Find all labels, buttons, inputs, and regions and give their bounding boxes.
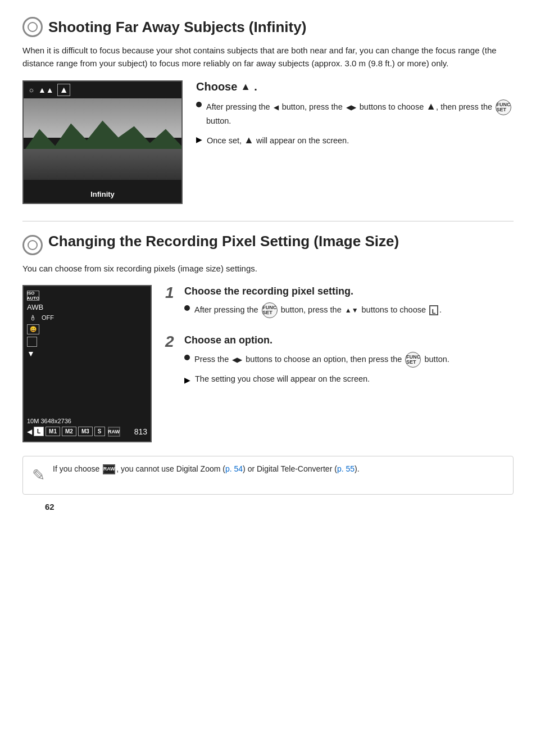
note-text: If you choose RAW, you cannot use Digita… [53, 463, 360, 476]
func-set-btn: FUNCSET [496, 99, 511, 115]
note-link-p55[interactable]: p. 55 [337, 464, 355, 473]
arrow-bullet-1: ▶ [196, 134, 202, 146]
period: . [254, 80, 257, 93]
section1-intro: When it is difficult to focus because yo… [22, 44, 514, 70]
size-S-btn: S [94, 427, 105, 436]
note-box: ✎ If you choose RAW, you cannot use Digi… [22, 456, 514, 495]
iso-icon: ISOAUTO [27, 291, 39, 301]
mountain-selected-icon: ▲ [57, 84, 71, 96]
step2-bullet-dot-1 [184, 355, 190, 360]
cam2-row-face: 😀 [27, 324, 147, 334]
infinity-camera-screen: ☼ ▲▲ ▲ Infinity [22, 80, 183, 204]
camera-scene [24, 98, 181, 180]
cam2-size-bar: ◀ L M1 M2 M3 S RAW 813 [27, 427, 147, 437]
af-icon: ▲▲ [38, 85, 54, 94]
cam2-row-flash: 🕯 OFF [27, 314, 147, 322]
note-link-p54[interactable]: p. 54 [225, 464, 243, 473]
infinity-label: Infinity [90, 190, 115, 198]
ud-arrows-icon: ▲▼ [345, 305, 358, 315]
mountain-icon: ▲ [240, 81, 251, 93]
choose-title: Choose ▲ . [196, 80, 514, 93]
lr-arrows-icon: ◀▶ [346, 102, 356, 112]
wb-icon: ☼ [28, 85, 35, 94]
l-symbol: L [429, 305, 438, 315]
section1-header: Shooting Far Away Subjects (Infinity) [22, 17, 514, 37]
steps-section: 1 Choose the recording pixel setting. Af… [165, 285, 514, 442]
step2-content: Choose an option. Press the ◀▶ buttons t… [184, 334, 514, 391]
flash-off-icon: 🕯 [27, 314, 38, 322]
step1-title: Choose the recording pixel setting. [184, 285, 514, 298]
bullet-text-2: Once set, ▲ will appear on the screen. [207, 133, 349, 148]
section1-circle-icon [22, 17, 43, 37]
step2-lr-arrows-icon: ◀▶ [232, 355, 242, 365]
bullet-item-2: ▶ Once set, ▲ will appear on the screen. [196, 133, 514, 148]
face-detect-icon: 😀 [27, 324, 39, 334]
circle-icon-inner [28, 22, 38, 32]
cam2-shot-count: 813 [134, 427, 147, 436]
arrow-bullet-2: ▶ [184, 374, 190, 386]
step1: 1 Choose the recording pixel setting. Af… [165, 285, 514, 324]
cam2-resolution-text: 10M 3648x2736 [27, 418, 147, 424]
section2-circle-icon [22, 235, 43, 255]
cam2-bottom: 10M 3648x2736 ◀ L M1 M2 M3 S RAW 813 [27, 418, 147, 437]
image-size-camera-screen: ISOAUTO AWB 🕯 OFF 😀 ▼ 10M 3648x2736 ◀ L … [22, 285, 152, 442]
step2-bullet-text-2: The setting you chose will appear on the… [195, 373, 370, 386]
mountain-choose-icon: ▲ [426, 101, 436, 112]
circle2-icon-inner [28, 240, 38, 250]
cam2-row-triangle: ▼ [27, 349, 147, 358]
awb-icon: AWB [27, 303, 38, 311]
section2-content: ISOAUTO AWB 🕯 OFF 😀 ▼ 10M 3648x2736 ◀ L … [22, 285, 514, 442]
flash-off-label: OFF [42, 314, 54, 321]
step1-bullet-text: After pressing the FUNCSET button, press… [194, 302, 442, 318]
mountain-set-icon: ▲ [244, 134, 254, 146]
bullet-dot-1 [196, 102, 202, 107]
cam2-row-square [27, 337, 147, 347]
choose-label: Choose [196, 80, 237, 93]
step2-func-btn: FUNCSET [405, 352, 421, 368]
step1-bullet-dot [184, 305, 190, 311]
bullet-text-1: After pressing the ◀ button, press the ◀… [206, 99, 514, 128]
note-pencil-icon: ✎ [32, 463, 45, 487]
step1-bullets: After pressing the FUNCSET button, press… [184, 302, 514, 318]
section2-intro: You can choose from six recording pixels… [22, 262, 514, 275]
step2-title: Choose an option. [184, 334, 514, 347]
section-divider [22, 221, 514, 221]
page-number: 62 [45, 502, 54, 511]
size-L-btn: L [34, 427, 44, 436]
size-raw-btn: RAW [108, 427, 120, 437]
bullet-item-1: After pressing the ◀ button, press the ◀… [196, 99, 514, 128]
cam2-row-awb: AWB [27, 303, 147, 311]
step2-bullet-1: Press the ◀▶ buttons to choose an option… [184, 352, 514, 368]
step1-func-btn: FUNCSET [262, 302, 278, 318]
step2-bullet-2: ▶ The setting you chose will appear on t… [184, 373, 514, 386]
exposure-icon: ▼ [27, 349, 35, 358]
step2-bullet-text-1: Press the ◀▶ buttons to choose an option… [194, 352, 449, 368]
cam2-row-iso: ISOAUTO [27, 291, 147, 301]
left-arrow-icon: ◀ [274, 102, 279, 112]
section1-title: Shooting Far Away Subjects (Infinity) [48, 19, 306, 36]
step1-bullet-1: After pressing the FUNCSET button, press… [184, 302, 514, 318]
section2-header: Changing the Recording Pixel Setting (Im… [22, 233, 514, 255]
size-M3-btn: M3 [78, 427, 93, 436]
square-icon [27, 337, 37, 347]
step1-number: 1 [165, 285, 178, 324]
note-raw-icon: RAW [103, 464, 115, 474]
step2: 2 Choose an option. Press the ◀▶ buttons… [165, 334, 514, 391]
cam2-left-arrow: ◀ [27, 428, 32, 436]
choose-bullets: After pressing the ◀ button, press the ◀… [196, 99, 514, 148]
step2-number: 2 [165, 334, 178, 391]
step1-content: Choose the recording pixel setting. Afte… [184, 285, 514, 324]
size-M2-btn: M2 [62, 427, 76, 436]
camera-top-bar: ☼ ▲▲ ▲ [24, 82, 181, 98]
page-footer: 62 [22, 495, 514, 528]
scene-water [24, 149, 181, 180]
size-M1-btn: M1 [46, 427, 60, 436]
section2-title: Changing the Recording Pixel Setting (Im… [48, 233, 399, 250]
choose-section: Choose ▲ . After pressing the ◀ button, … [196, 80, 514, 204]
step2-bullets: Press the ◀▶ buttons to choose an option… [184, 352, 514, 386]
section1-content: ☼ ▲▲ ▲ Infinity Choose ▲ . After pressin… [22, 80, 514, 204]
